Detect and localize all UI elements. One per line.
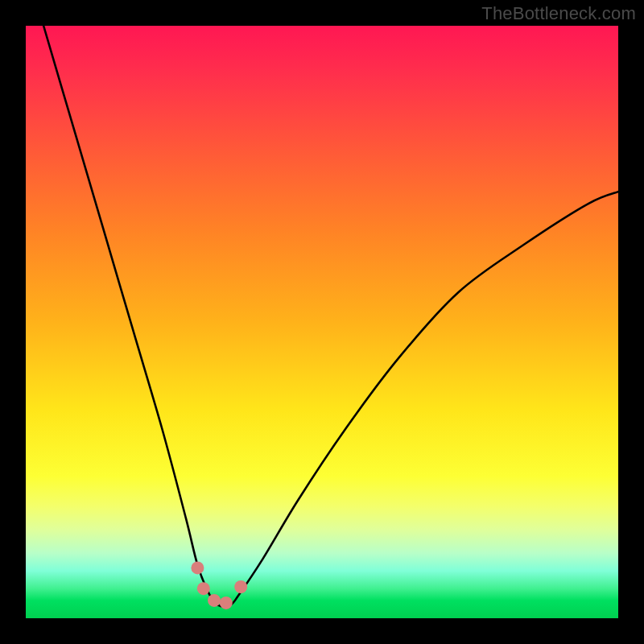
curve-marker (208, 594, 221, 607)
plot-area (26, 26, 618, 618)
curve-marker (220, 597, 233, 609)
curve-marker (191, 561, 204, 574)
curve-marker (197, 582, 210, 595)
watermark-text: TheBottleneck.com (481, 3, 636, 24)
curve-layer (26, 26, 618, 618)
curve-marker (234, 580, 247, 593)
bottleneck-curve (43, 26, 618, 606)
curve-markers (191, 561, 247, 609)
chart-frame: TheBottleneck.com (0, 0, 644, 644)
